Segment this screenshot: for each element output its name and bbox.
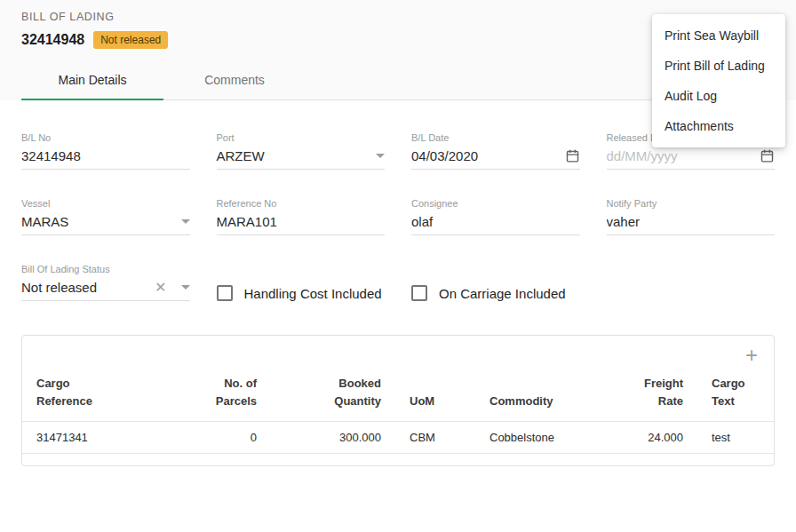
menu-item-attachments[interactable]: Attachments: [652, 111, 785, 141]
cell-uom: CBM: [395, 422, 475, 454]
cargo-table-row[interactable]: 31471341 0 300.000 CBM Cobbelstone 24.00…: [22, 422, 774, 454]
status-select[interactable]: Not released ✕: [21, 278, 190, 301]
bl-date-label: B/L Date: [411, 132, 580, 143]
cell-cargo-text: test: [697, 422, 774, 454]
col-no-of-parcels: No. ofParcels: [200, 366, 271, 422]
menu-item-print-sea-waybill[interactable]: Print Sea Waybill: [652, 20, 785, 51]
cell-no-of-parcels: 0: [200, 422, 271, 454]
bl-number: 32414948: [21, 32, 84, 48]
vessel-value: MARAS: [21, 214, 176, 229]
checkbox-icon[interactable]: [411, 285, 427, 301]
context-menu: Print Sea Waybill Print Bill of Lading A…: [652, 14, 785, 147]
chevron-down-icon[interactable]: [181, 285, 190, 290]
tab-main-details[interactable]: Main Details: [21, 61, 163, 99]
cargo-table: CargoReference No. ofParcels BookedQuant…: [22, 366, 774, 454]
col-cargo-text: CargoText: [697, 366, 774, 422]
notify-party-label: Notify Party: [607, 198, 776, 209]
cell-freight-rate: 24.000: [617, 422, 697, 454]
bl-no-label: B/L No: [21, 132, 190, 143]
handling-cost-checkbox[interactable]: Handling Cost Included: [217, 285, 386, 301]
menu-item-print-bill-of-lading[interactable]: Print Bill of Lading: [652, 51, 785, 81]
calendar-icon[interactable]: [760, 148, 775, 163]
consignee-label: Consignee: [411, 198, 580, 209]
chevron-down-icon[interactable]: [376, 154, 385, 158]
bl-date-field: B/L Date: [411, 132, 580, 170]
checkbox-icon[interactable]: [217, 285, 233, 301]
bl-no-input[interactable]: [21, 148, 190, 163]
notify-party-field: Notify Party: [607, 198, 776, 235]
reference-no-field: Reference No: [217, 198, 386, 235]
status-label: Bill Of Lading Status: [21, 264, 190, 274]
reference-no-label: Reference No: [217, 198, 386, 209]
clear-icon[interactable]: ✕: [155, 281, 166, 295]
cell-commodity: Cobbelstone: [475, 422, 617, 454]
status-value: Not released: [21, 280, 149, 295]
port-select[interactable]: ARZEW: [217, 147, 386, 170]
calendar-icon[interactable]: [565, 148, 580, 163]
port-value: ARZEW: [217, 148, 371, 163]
cargo-table-header-row: CargoReference No. ofParcels BookedQuant…: [22, 366, 774, 422]
cell-cargo-reference: 31471341: [22, 422, 200, 454]
reference-no-input[interactable]: [217, 214, 386, 229]
col-uom: UoM: [395, 366, 475, 422]
tab-comments[interactable]: Comments: [163, 61, 306, 99]
on-carriage-label: On Carriage Included: [439, 286, 566, 301]
vessel-field: Vessel MARAS: [21, 198, 190, 235]
status-field: Bill Of Lading Status Not released ✕: [21, 264, 190, 301]
col-booked-quantity: BookedQuantity: [271, 366, 395, 422]
col-commodity: Commodity: [475, 366, 617, 422]
port-label: Port: [217, 132, 386, 143]
menu-item-audit-log[interactable]: Audit Log: [652, 81, 785, 111]
status-badge: Not released: [93, 31, 168, 49]
handling-cost-label: Handling Cost Included: [244, 286, 382, 301]
cargo-card: + CargoReference No. ofParcels BookedQua…: [21, 335, 775, 466]
on-carriage-checkbox[interactable]: On Carriage Included: [411, 285, 580, 301]
consignee-field: Consignee: [411, 198, 580, 235]
cell-booked-quantity: 300.000: [271, 422, 395, 454]
bl-date-input[interactable]: [411, 148, 560, 163]
notify-party-input[interactable]: [607, 214, 776, 229]
vessel-label: Vessel: [21, 198, 190, 209]
released-date-input[interactable]: [607, 148, 755, 163]
add-cargo-button[interactable]: +: [745, 346, 758, 364]
col-cargo-reference: CargoReference: [22, 366, 200, 422]
chevron-down-icon[interactable]: [181, 219, 190, 224]
bl-no-field: B/L No: [21, 132, 190, 170]
bill-of-lading-page: BILL OF LADING 32414948 Not released Mai…: [0, 0, 796, 532]
port-field: Port ARZEW: [217, 132, 386, 170]
col-freight-rate: FreightRate: [617, 366, 697, 422]
consignee-input[interactable]: [411, 214, 580, 229]
vessel-select[interactable]: MARAS: [21, 212, 190, 235]
